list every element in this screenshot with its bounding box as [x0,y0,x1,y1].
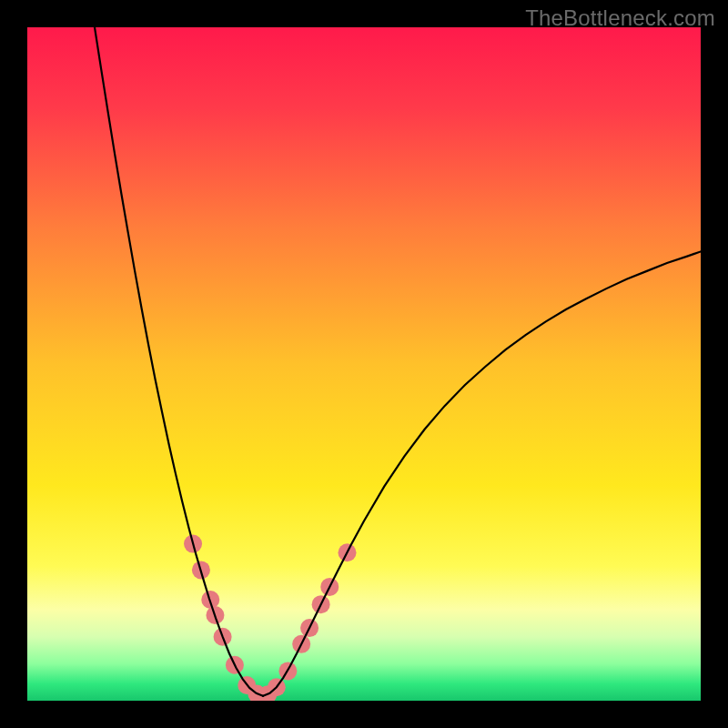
right-curve [263,251,701,695]
curve-layer [27,27,701,701]
chart-frame: TheBottleneck.com [0,0,728,728]
left-curve [95,27,263,696]
data-markers [184,535,356,701]
plot-area [27,27,701,701]
